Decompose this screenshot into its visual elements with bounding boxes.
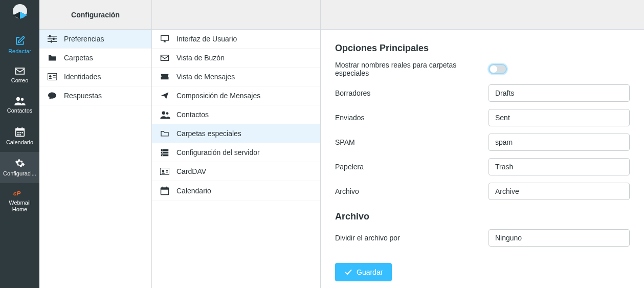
nav-label: Webmail Home bbox=[2, 200, 38, 213]
prefs-item-label: Contactos bbox=[176, 110, 209, 119]
settings-item-identities[interactable]: Identidades bbox=[39, 68, 151, 86]
envelope-icon bbox=[160, 54, 171, 61]
save-button[interactable]: Guardar bbox=[335, 263, 392, 281]
prefs-item-label: Composición de Mensajes bbox=[176, 92, 260, 100]
main-content: Opciones Principales Mostrar nombres rea… bbox=[321, 0, 644, 288]
svg-point-30 bbox=[166, 112, 169, 115]
svg-rect-7 bbox=[15, 128, 24, 130]
prefs-item-carddav[interactable]: CardDAV bbox=[152, 162, 320, 181]
svg-rect-16 bbox=[48, 36, 57, 37]
svg-rect-17 bbox=[48, 38, 57, 39]
svg-rect-13 bbox=[17, 134, 19, 136]
svg-rect-33 bbox=[161, 154, 169, 157]
prefs-item-server[interactable]: Configuración del servidor bbox=[152, 143, 320, 162]
gear-icon bbox=[15, 158, 25, 168]
folder-icon bbox=[48, 54, 59, 61]
field-label-trash: Papelera bbox=[335, 163, 488, 171]
select-drafts[interactable]: Drafts bbox=[488, 84, 630, 102]
svg-point-38 bbox=[162, 170, 165, 172]
prefs-item-compose[interactable]: Composición de Mensajes bbox=[152, 86, 320, 105]
vcard-icon bbox=[160, 168, 171, 175]
svg-point-4 bbox=[16, 97, 19, 101]
calendar-icon bbox=[15, 127, 25, 137]
svg-rect-14 bbox=[19, 134, 21, 136]
svg-rect-44 bbox=[166, 187, 167, 189]
envelope-icon bbox=[15, 67, 25, 75]
select-trash[interactable]: Trash bbox=[488, 158, 630, 175]
select-archive[interactable]: Archive bbox=[488, 183, 630, 200]
desktop-icon bbox=[160, 35, 171, 43]
app-logo bbox=[0, 0, 39, 30]
save-button-label: Guardar bbox=[357, 268, 383, 276]
check-icon bbox=[344, 269, 352, 276]
svg-point-35 bbox=[162, 152, 163, 153]
select-spam[interactable]: spam bbox=[488, 134, 630, 151]
settings-item-label: Preferencias bbox=[64, 35, 104, 43]
settings-item-label: Identidades bbox=[64, 73, 101, 81]
svg-point-34 bbox=[162, 150, 163, 150]
prefs-header bbox=[152, 0, 320, 30]
send-icon bbox=[160, 92, 171, 100]
svg-text:cP: cP bbox=[13, 190, 21, 196]
svg-rect-25 bbox=[53, 77, 56, 78]
prefs-item-label: Vista de Buzón bbox=[176, 54, 225, 62]
prefs-item-mailbox-view[interactable]: Vista de Buzón bbox=[152, 49, 320, 68]
svg-rect-11 bbox=[19, 132, 21, 134]
main-header bbox=[321, 0, 644, 30]
prefs-item-message-view[interactable]: Vista de Mensajes bbox=[152, 68, 320, 86]
svg-rect-20 bbox=[53, 38, 55, 40]
settings-item-folders[interactable]: Carpetas bbox=[39, 49, 151, 68]
svg-rect-12 bbox=[21, 132, 23, 134]
calendar-icon bbox=[160, 186, 171, 195]
nav-sidebar: Redactar Correo Contactos Calendario Con bbox=[0, 0, 39, 288]
nav-label: Configuraci... bbox=[3, 170, 36, 177]
svg-rect-10 bbox=[17, 132, 19, 134]
select-archive-divide[interactable]: Ninguno bbox=[488, 229, 630, 247]
svg-rect-39 bbox=[166, 170, 168, 171]
inbox-icon bbox=[160, 73, 171, 80]
svg-rect-37 bbox=[160, 168, 169, 175]
svg-point-29 bbox=[162, 112, 165, 115]
section-title-archive: Archivo bbox=[335, 211, 630, 222]
settings-item-responses[interactable]: Respuestas bbox=[39, 86, 151, 105]
select-sent[interactable]: Sent bbox=[488, 109, 630, 126]
svg-rect-19 bbox=[49, 35, 51, 38]
prefs-column: Interfaz de Usuario Vista de Buzón Vista… bbox=[152, 0, 321, 288]
svg-rect-26 bbox=[161, 35, 169, 40]
nav-compose[interactable]: Redactar bbox=[0, 30, 39, 61]
prefs-item-label: Carpetas especiales bbox=[176, 129, 241, 138]
comment-icon bbox=[48, 92, 59, 100]
toggle-label: Mostrar nombres reales para carpetas esp… bbox=[335, 61, 488, 77]
nav-settings[interactable]: Configuraci... bbox=[0, 152, 39, 183]
edit-icon bbox=[15, 36, 25, 46]
svg-rect-27 bbox=[161, 55, 169, 61]
prefs-item-contacts[interactable]: Contactos bbox=[152, 105, 320, 124]
prefs-item-label: Configuración del servidor bbox=[176, 148, 260, 157]
nav-label: Redactar bbox=[8, 48, 31, 55]
cpanel-icon: cP bbox=[13, 189, 27, 197]
toggle-knob bbox=[490, 65, 497, 73]
svg-rect-42 bbox=[161, 188, 169, 190]
users-icon bbox=[160, 110, 171, 119]
prefs-item-special-folders[interactable]: Carpetas especiales bbox=[152, 124, 320, 143]
nav-label: Contactos bbox=[7, 107, 33, 114]
svg-rect-24 bbox=[53, 75, 56, 76]
nav-webmail-home[interactable]: cP Webmail Home bbox=[0, 183, 39, 219]
toggle-real-folder-names[interactable] bbox=[488, 64, 507, 74]
field-label-archive: Archivo bbox=[335, 187, 488, 195]
svg-point-36 bbox=[162, 155, 163, 156]
nav-calendar[interactable]: Calendario bbox=[0, 121, 39, 152]
prefs-item-ui[interactable]: Interfaz de Usuario bbox=[152, 30, 320, 49]
nav-contacts[interactable]: Contactos bbox=[0, 90, 39, 120]
svg-rect-8 bbox=[17, 127, 18, 129]
svg-rect-40 bbox=[166, 172, 168, 173]
settings-item-preferences[interactable]: Preferencias bbox=[39, 30, 151, 49]
svg-rect-9 bbox=[21, 127, 23, 129]
field-label-spam: SPAM bbox=[335, 138, 488, 146]
sliders-icon bbox=[48, 35, 59, 43]
nav-mail[interactable]: Correo bbox=[0, 61, 39, 90]
prefs-item-calendar[interactable]: Calendario bbox=[152, 181, 320, 201]
svg-rect-21 bbox=[51, 40, 52, 43]
users-icon bbox=[14, 96, 26, 105]
section-title-main: Opciones Principales bbox=[335, 43, 630, 54]
